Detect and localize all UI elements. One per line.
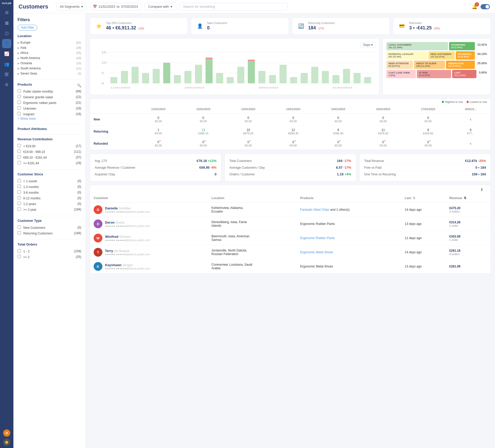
svg-rect-27	[290, 77, 297, 83]
since-over-2years[interactable]: >= 2 year (184)	[18, 207, 81, 212]
product-rubber[interactable]: Ergonomic rubber pants (21)	[18, 100, 81, 105]
sidebar-logo: PUTLER	[2, 2, 11, 5]
rfm-about-to-sleep[interactable]: ABOUT TO SLEEP 158 (11.15%)	[414, 61, 445, 69]
metrics-row: Avg. LTV €76.18 +12% Average Revenue / C…	[90, 154, 491, 181]
filter-north-america[interactable]: ▶ North America (20)	[18, 55, 81, 61]
rev-under-19[interactable]: < €19.00 (17)	[18, 143, 81, 149]
orders-1-2[interactable]: 1 - 2 (159)	[18, 248, 81, 254]
col-revenue[interactable]: Revenue ⇅	[446, 194, 491, 203]
type-returning[interactable]: Returning Customers (184)	[18, 230, 81, 236]
customer-products-4[interactable]: Ergonomic Metal Shoes	[300, 250, 333, 254]
sidebar-icon-persongroup[interactable]: 👥	[2, 60, 11, 69]
days-label: Days	[363, 43, 370, 47]
toggle-switch[interactable]	[481, 4, 490, 9]
compare-button[interactable]: Compare with ▾	[144, 3, 176, 10]
rfm-at-risk[interactable]: AT RISK 64 (4.52%)	[417, 70, 451, 78]
product-granite[interactable]: Generic granite salad (22)	[18, 94, 81, 100]
table-row-new: New 0€0.00 0€0.00 0€0.00 0€0.00 0€0.00 0…	[90, 113, 491, 126]
kpi-new-customers: 👤 New Customers 0	[191, 18, 289, 35]
kpi-top20-label: Top 20% Customers	[106, 21, 144, 25]
metric-avg-rev-customer: Average Revenue / Customer €69.95 -9%	[95, 164, 216, 171]
metric-acquired-day: Acquired / Day 0	[95, 171, 216, 177]
rfm-potential-loyalist[interactable]: POTENTIAL LOYALIST 537 (37.9%)	[386, 51, 427, 60]
svg-rect-31	[332, 75, 339, 83]
segment-select[interactable]: All Segments ▾	[56, 3, 86, 10]
customer-last-5: 13 days ago	[401, 259, 446, 274]
location-filter: Location ▶ Europe (81) ▶ Asia (28) ▶ Afr…	[18, 34, 81, 76]
since-6-12months[interactable]: 6-12 months (0)	[18, 195, 81, 201]
filter-europe[interactable]: ▶ Europe (81)	[18, 40, 81, 45]
user-avatar-emoji[interactable]: 😊	[3, 439, 10, 446]
customer-since-filter: Customer Since < 1 month (0) 1-3 months …	[18, 172, 81, 212]
sidebar-icon-chartline[interactable]: 📈	[2, 49, 11, 59]
svg-rect-17	[206, 59, 213, 83]
customer-products-1[interactable]: Fantastic Steel Chips	[300, 208, 329, 211]
product-icegram[interactable]: Icegram (16)	[18, 111, 81, 117]
rfm-champions[interactable]: CHAMPIONS 29 (2.05%)	[449, 42, 475, 50]
rfm-new-customers[interactable]: NEW CUSTOMERS 147 (10.37%)	[428, 51, 455, 60]
filter-africa[interactable]: ▶ Africa (25)	[18, 50, 81, 55]
rfm-cant-lose[interactable]: CAN'T LOSE THEM 0 (0%)	[386, 70, 416, 78]
sidebar-icon-layers[interactable]: ◫	[2, 29, 11, 38]
svg-rect-18	[206, 58, 213, 59]
search-input[interactable]: Search for something	[179, 3, 288, 10]
svg-rect-8	[110, 77, 117, 83]
svg-rect-28	[301, 73, 308, 83]
user-avatar-m[interactable]: M	[3, 429, 10, 437]
date-range[interactable]: 📅 11/01/2023 to 07/02/2023	[90, 3, 141, 10]
product-search-icon[interactable]: 🔍	[77, 84, 81, 87]
rfm-need-attention[interactable]: NEED ATTENTION 69 (4.87%)	[386, 61, 413, 69]
filter-seven-seas[interactable]: ▶ Seven Seas (3)	[18, 71, 81, 76]
days-select[interactable]: Days ▾	[360, 42, 376, 48]
location-title: Location	[18, 34, 81, 38]
since-1-2years[interactable]: 1-2 years (0)	[18, 201, 81, 207]
customer-products-5: Ergonomic Metal Shoes	[297, 259, 401, 274]
table-row: D Deron Huels ●●●●●● ●●●●●●@demo.putler.…	[90, 217, 491, 231]
customer-email-5: ●●●●●● ●●●●●●@demo.putler.com	[105, 267, 150, 270]
product-unknown[interactable]: Unknown (19)	[18, 105, 81, 111]
col-last[interactable]: Last ⇅	[401, 194, 446, 203]
show-more-products[interactable]: + Show more	[18, 117, 81, 120]
filter-south-america[interactable]: ▶ South America (11)	[18, 66, 81, 71]
notif-badge: 5	[475, 2, 479, 6]
rfm-loyal-customers[interactable]: LOYAL CUSTOMERS 161 (11.36%)	[386, 42, 448, 50]
products-filter: Products 🔍 Putler starter-monthly (69) G…	[18, 83, 81, 120]
chart-rfm-row: Days ▾ 15 10 5 0	[90, 38, 491, 95]
since-3-6months[interactable]: 3-6 months (0)	[18, 190, 81, 195]
metrics-card-ltv: Avg. LTV €76.18 +12% Average Revenue / C…	[90, 154, 221, 181]
sidebar-icon-barchart[interactable]: ▦	[2, 18, 11, 28]
kpi-new-label: New Customers	[207, 21, 227, 25]
notification-button[interactable]: 🔔 5	[472, 4, 477, 10]
filter-oceania[interactable]: ▶ Oceania (15)	[18, 61, 81, 66]
rfm-promising[interactable]: PROMISING 83 (5.86%)	[456, 51, 475, 60]
sidebar-icon-settings[interactable]: ⚙	[2, 80, 11, 89]
table-row: K Keyshawn Singer ●●●●●● ●●●●●●@demo.put…	[90, 259, 491, 274]
svg-rect-21	[237, 67, 244, 83]
add-filter-button[interactable]: Add Filter	[18, 25, 37, 30]
since-1month[interactable]: < 1 month (0)	[18, 178, 81, 184]
sidebar-icon-people[interactable]: 👤	[2, 39, 11, 48]
rev-over-181[interactable]: >= €181.44 (19)	[18, 160, 81, 166]
kpi-refunded-value: 3 • -€41.25	[409, 25, 432, 31]
customer-last-1: 14 days ago	[401, 203, 446, 217]
rev-89-181[interactable]: €89.10 - €181.44 (37)	[18, 154, 81, 160]
sidebar-icon-graph[interactable]: 🕸	[2, 70, 11, 79]
customer-last-2: 13 days ago	[401, 217, 446, 231]
download-icon[interactable]: ⬇	[476, 187, 487, 192]
sidebar-icon-grid[interactable]: ⊞	[2, 8, 11, 17]
product-attributes-title: Product Attributes	[18, 127, 81, 131]
orders-over-2[interactable]: >= 2 (25)	[18, 254, 81, 260]
type-new[interactable]: New Customers (0)	[18, 225, 81, 230]
rfm-hibernating[interactable]: HIBERNATING 135 (9.53%)	[446, 61, 475, 69]
col-header-date7: 17/01/2023	[406, 105, 451, 113]
metric-avg-customers-day: Average Customers / Day 6.57 -17%	[229, 164, 351, 171]
since-1-3months[interactable]: 1-3 months (0)	[18, 184, 81, 190]
rev-19-89[interactable]: €19.00 - €89.10 (111)	[18, 149, 81, 154]
customer-products-3[interactable]: Ergonomic Rubber Pants	[300, 236, 335, 240]
customer-name-5: Keyshawn Singer	[105, 263, 150, 267]
product-putler[interactable]: Putler starter-monthly (69)	[18, 88, 81, 94]
topbar: Customers All Segments ▾ 📅 11/01/2023 to…	[13, 0, 495, 13]
filter-asia[interactable]: ▶ Asia (28)	[18, 45, 81, 50]
row-label-new: New	[90, 113, 136, 126]
rfm-lost[interactable]: LOST 16 (1.13%)	[452, 70, 476, 78]
